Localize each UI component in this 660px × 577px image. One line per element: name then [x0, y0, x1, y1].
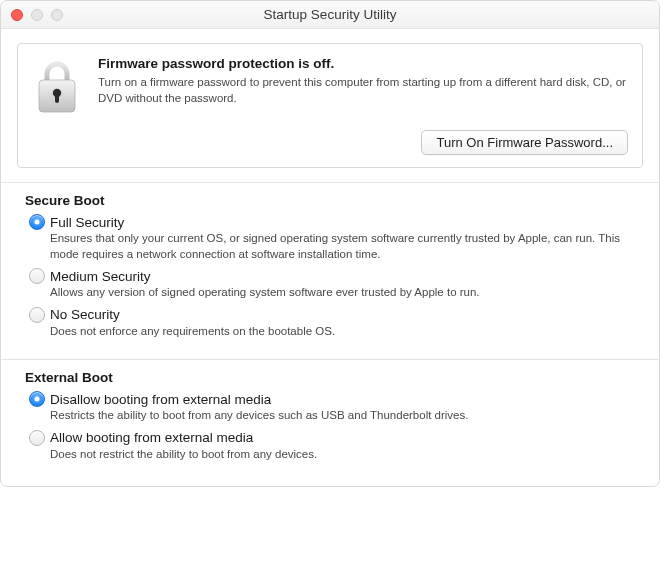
- firmware-title: Firmware password protection is off.: [98, 56, 628, 71]
- option-description: Allows any version of signed operating s…: [29, 285, 635, 301]
- minimize-window-button[interactable]: [31, 9, 43, 21]
- radio-medium-security[interactable]: [29, 268, 45, 284]
- radio-disallow-external[interactable]: [29, 391, 45, 407]
- option-description: Ensures that only your current OS, or si…: [29, 231, 635, 262]
- firmware-description: Turn on a firmware password to prevent t…: [98, 75, 628, 106]
- option-description: Does not enforce any requirements on the…: [29, 324, 635, 340]
- external-boot-option-disallow[interactable]: Disallow booting from external media Res…: [25, 391, 635, 424]
- secure-boot-heading: Secure Boot: [25, 193, 635, 208]
- option-label: Full Security: [50, 215, 124, 230]
- option-label: Allow booting from external media: [50, 430, 253, 445]
- external-boot-option-allow[interactable]: Allow booting from external media Does n…: [25, 430, 635, 463]
- zoom-window-button[interactable]: [51, 9, 63, 21]
- svg-rect-2: [55, 94, 59, 103]
- option-label: Disallow booting from external media: [50, 392, 271, 407]
- secure-boot-option-medium[interactable]: Medium Security Allows any version of si…: [25, 268, 635, 301]
- traffic-lights: [11, 9, 63, 21]
- radio-allow-external[interactable]: [29, 430, 45, 446]
- firmware-box: Firmware password protection is off. Tur…: [17, 43, 643, 168]
- secure-boot-option-none[interactable]: No Security Does not enforce any require…: [25, 307, 635, 340]
- radio-no-security[interactable]: [29, 307, 45, 323]
- turn-on-firmware-password-button[interactable]: Turn On Firmware Password...: [421, 130, 628, 155]
- option-label: Medium Security: [50, 269, 151, 284]
- titlebar: Startup Security Utility: [1, 1, 659, 29]
- lock-icon: [30, 56, 84, 116]
- radio-full-security[interactable]: [29, 214, 45, 230]
- option-description: Does not restrict the ability to boot fr…: [29, 447, 635, 463]
- external-boot-section: External Boot Disallow booting from exte…: [1, 360, 659, 486]
- secure-boot-option-full[interactable]: Full Security Ensures that only your cur…: [25, 214, 635, 262]
- option-label: No Security: [50, 307, 120, 322]
- window: Startup Security Utility: [0, 0, 660, 487]
- option-description: Restricts the ability to boot from any d…: [29, 408, 635, 424]
- external-boot-heading: External Boot: [25, 370, 635, 385]
- firmware-panel: Firmware password protection is off. Tur…: [1, 29, 659, 183]
- close-window-button[interactable]: [11, 9, 23, 21]
- window-title: Startup Security Utility: [264, 7, 397, 22]
- secure-boot-section: Secure Boot Full Security Ensures that o…: [1, 183, 659, 360]
